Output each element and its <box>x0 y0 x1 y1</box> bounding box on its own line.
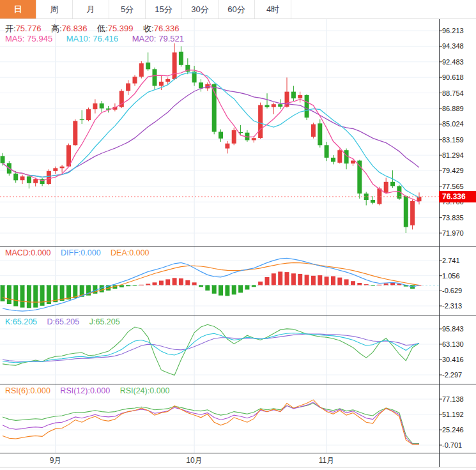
j-value: 65.205 <box>95 317 119 326</box>
rsi6-value: 0.000 <box>31 386 50 395</box>
rsi24-value: 0.000 <box>150 386 169 395</box>
tab-4hour[interactable]: 4时 <box>255 0 291 19</box>
ma-readout: MA5:75.945 MA10:76.416 MA20:79.521 <box>5 34 196 43</box>
axis-tick-label: 73.835 <box>442 214 464 222</box>
axis-tick-label: 86.889 <box>442 105 464 113</box>
axis-tick-label: 85.024 <box>442 120 464 128</box>
ma20-label: MA20: <box>132 34 157 43</box>
axis-tick-label: 77.565 <box>442 183 464 191</box>
d-value: 65.205 <box>55 317 79 326</box>
axis-tick-label: 2.741 <box>442 257 460 265</box>
j-label: J: <box>89 317 96 326</box>
axis-tick-label: 95.843 <box>442 325 464 333</box>
axis-tick-label: -0.629 <box>442 287 462 295</box>
axis-tick-label: -2.313 <box>442 302 462 310</box>
ma10-label: MA10: <box>66 34 91 43</box>
tab-30min[interactable]: 30分 <box>182 0 219 19</box>
open-value: 75.776 <box>16 24 42 33</box>
candles <box>1 43 422 233</box>
chart-area[interactable]: 开:75.776 高:76.836 低:75.399 收:76.336 MA5:… <box>0 0 476 470</box>
close-value: 76.336 <box>154 24 180 33</box>
axis-tick-label: 81.294 <box>442 151 464 160</box>
macd-value: 0.000 <box>31 248 50 257</box>
chart-canvas[interactable] <box>0 0 476 470</box>
axis-tick-label: 94.348 <box>442 42 464 50</box>
k-label: K: <box>5 317 13 326</box>
k-value: 65.205 <box>13 317 37 326</box>
axis-tick-label: 1.056 <box>442 272 460 280</box>
macd-label: MACD: <box>5 248 31 257</box>
axis-tick-label: 79.429 <box>442 167 464 175</box>
axis-tick-label: 25.246 <box>442 426 464 434</box>
axis-tick-label: 90.618 <box>442 73 464 82</box>
tab-15min[interactable]: 15分 <box>146 0 182 19</box>
tab-60min[interactable]: 60分 <box>219 0 255 19</box>
time-axis-label: 11月 <box>311 455 342 466</box>
rsi-readout: RSI(6):0.000 RSI(12):0.000 RSI(24):0.000 <box>5 386 178 395</box>
axis-tick-label: 96.213 <box>442 27 464 35</box>
macd-readout: MACD:0.000 DIFF:0.000 DEA:0.000 <box>5 248 157 257</box>
axis-tick-label: 30.416 <box>442 356 464 364</box>
ma5-value: 75.945 <box>27 34 52 43</box>
price-axis: 96.21394.34892.48390.61888.75486.88985.0… <box>439 0 476 470</box>
tab-week[interactable]: 周 <box>36 0 73 19</box>
axis-tick-label: -0.701 <box>442 441 462 450</box>
diff-label: DIFF: <box>61 248 81 257</box>
high-label: 高: <box>51 23 62 34</box>
close-label: 收: <box>143 23 154 34</box>
ma10-value: 76.416 <box>93 34 118 43</box>
axis-tick-label: 71.970 <box>442 229 464 238</box>
open-label: 开: <box>5 23 16 34</box>
diff-value: 0.000 <box>81 248 100 257</box>
axis-tick-label: 77.138 <box>442 395 464 404</box>
axis-tick-label: -2.297 <box>442 371 462 379</box>
time-axis: 9月10月11月 <box>0 454 439 468</box>
low-value: 75.399 <box>108 24 134 33</box>
tab-day[interactable]: 日 <box>0 0 36 19</box>
low-label: 低: <box>97 23 108 34</box>
dea-label: DEA: <box>111 248 129 257</box>
ma20-value: 79.521 <box>158 34 184 43</box>
tab-month[interactable]: 月 <box>73 0 109 19</box>
axis-tick-label: 88.754 <box>442 89 464 98</box>
rsi12-label: RSI(12): <box>60 386 90 395</box>
current-price-badge: 76.336 <box>439 191 476 202</box>
rsi12-value: 0.000 <box>90 386 110 395</box>
rsi6-label: RSI(6): <box>5 386 31 395</box>
axis-tick-label: 63.130 <box>442 340 464 349</box>
tab-5min[interactable]: 5分 <box>109 0 146 19</box>
axis-tick-label: 51.192 <box>442 411 464 419</box>
kdj-readout: K:65.205 D:65.205 J:65.205 <box>5 317 128 326</box>
ohlc-readout: 开:75.776 高:76.836 低:75.399 收:76.336 <box>5 23 187 34</box>
d-label: D: <box>47 317 56 326</box>
axis-tick-label: 92.483 <box>442 58 464 66</box>
axis-tick-label: 83.159 <box>442 136 464 144</box>
time-axis-label: 9月 <box>40 455 71 466</box>
dea-value: 0.000 <box>129 248 149 257</box>
ma5-label: MA5: <box>5 34 24 43</box>
rsi24-label: RSI(24): <box>120 386 150 395</box>
timeframe-tabbar: 日周月5分15分30分60分4时 <box>0 0 476 19</box>
time-axis-label: 10月 <box>179 455 210 466</box>
high-value: 76.836 <box>62 24 88 33</box>
